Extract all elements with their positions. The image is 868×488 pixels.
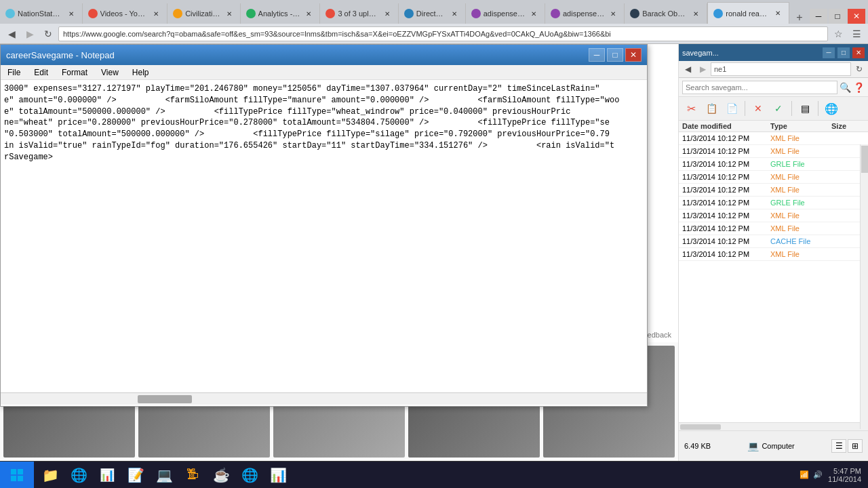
tab-close-btn[interactable]: ✕: [151, 8, 161, 19]
tab-close-btn[interactable]: ✕: [66, 8, 77, 19]
taskbar-chrome-icon[interactable]: 🌐: [66, 462, 92, 488]
file-row-2[interactable]: 11/3/2014 10:12 PM XML File: [679, 145, 868, 158]
notepad-text-area[interactable]: [1, 80, 647, 390]
url-bar[interactable]: https://www.google.com/search?q=obama&sa…: [58, 26, 828, 41]
fe-globe-button[interactable]: 🌐: [823, 100, 840, 117]
fe-grid-view-button[interactable]: ⊞: [848, 439, 863, 453]
notepad-menu-edit[interactable]: Edit: [31, 65, 52, 79]
fe-vertical-scrollbar[interactable]: [860, 144, 868, 429]
file-type-2: XML File: [770, 147, 831, 155]
taskbar-network-icon[interactable]: 🌐: [237, 462, 262, 488]
fe-checkmark-button[interactable]: ✓: [770, 100, 787, 117]
fe-path-text: ne1: [714, 65, 726, 73]
forward-button[interactable]: ▶: [22, 26, 38, 42]
tab-civilization[interactable]: Civilization ✕: [167, 3, 240, 24]
notepad-window: careerSavegame - Notepad ─ □ ✕ File Edit…: [0, 44, 648, 407]
taskbar-excel-icon[interactable]: 📊: [94, 462, 120, 488]
taskbar-powerpoint-icon[interactable]: 📊: [265, 462, 291, 488]
notepad-menu-format[interactable]: Format: [58, 65, 91, 79]
taskbar-notepad-icon[interactable]: 📝: [123, 462, 149, 488]
taskbar-java-icon[interactable]: ☕: [208, 462, 234, 488]
tab-obama[interactable]: Barack Oba... ✕: [625, 3, 707, 24]
tab-close-btn[interactable]: ✕: [690, 8, 701, 19]
fe-maximize-button[interactable]: □: [837, 47, 850, 58]
settings-button[interactable]: ☰: [848, 26, 865, 42]
fe-refresh-button[interactable]: ↻: [852, 62, 866, 76]
fe-help-button[interactable]: ❓: [853, 82, 865, 93]
tab-videos[interactable]: Videos - You... ✕: [83, 3, 168, 24]
tab-directory[interactable]: Directory ✕: [399, 3, 466, 24]
taskbar-clock[interactable]: 5:47 PM 11/4/2014: [828, 467, 861, 483]
fe-h-scrollbar-thumb[interactable]: [680, 424, 721, 430]
notepad-close-button[interactable]: ✕: [625, 48, 642, 62]
taskbar-file-explorer-icon[interactable]: 📁: [37, 462, 63, 488]
tab-title: 3 of 3 uplo...: [338, 9, 378, 18]
file-row-6[interactable]: 11/3/2014 10:12 PM GRLE File: [679, 197, 868, 209]
fe-copy-button[interactable]: 📋: [703, 100, 720, 117]
file-row-5[interactable]: 11/3/2014 10:12 PM XML File: [679, 184, 868, 197]
file-row-1[interactable]: 11/3/2014 10:12 PM XML File: [679, 132, 868, 145]
file-row-3[interactable]: 11/3/2014 10:12 PM GRLE File: [679, 158, 868, 171]
taskbar-7zip-icon[interactable]: 🗜: [180, 462, 205, 488]
tab-close-btn[interactable]: ✕: [528, 8, 539, 19]
tab-close-btn[interactable]: ✕: [382, 8, 393, 19]
file-row-4[interactable]: 11/3/2014 10:12 PM XML File: [679, 171, 868, 184]
tab-upload[interactable]: 3 of 3 uplo... ✕: [320, 3, 398, 24]
tab-nationstates[interactable]: NationState... ✕: [0, 3, 83, 24]
close-window-button[interactable]: ✕: [848, 9, 865, 24]
fe-forward-button[interactable]: ▶: [696, 62, 709, 76]
file-date-6: 11/3/2014 10:12 PM: [682, 199, 770, 207]
notepad-horizontal-scrollbar[interactable]: [1, 392, 647, 405]
file-explorer-search-input[interactable]: [682, 81, 837, 94]
file-row-9[interactable]: 11/3/2014 10:12 PM CACHE File: [679, 235, 868, 248]
new-tab-button[interactable]: +: [789, 12, 810, 24]
tab-adispenser2[interactable]: adispenser... ✕: [545, 3, 625, 24]
notepad-scrollbar-thumb[interactable]: [138, 395, 192, 403]
file-type-6: GRLE File: [770, 199, 831, 207]
fe-minimize-button[interactable]: ─: [823, 47, 835, 58]
notepad-maximize-button[interactable]: □: [607, 48, 623, 62]
fe-path-bar[interactable]: ne1: [711, 62, 851, 76]
notepad-menubar: File Edit Format View Help: [1, 65, 647, 80]
file-row-8[interactable]: 11/3/2014 10:12 PM XML File: [679, 222, 868, 235]
tab-close-btn[interactable]: ✕: [449, 8, 460, 19]
tab-bar: NationState... ✕ Videos - You... ✕ Civil…: [0, 0, 868, 24]
column-date-modified: Date modified: [682, 122, 770, 130]
fe-paste-button[interactable]: 📄: [723, 100, 741, 117]
notepad-minimize-button[interactable]: ─: [589, 48, 605, 62]
fe-list-view-button[interactable]: ☰: [831, 439, 846, 453]
tab-reagan[interactable]: ronald reag... ✕: [707, 2, 789, 24]
file-type-5: XML File: [770, 186, 831, 194]
tab-close-btn[interactable]: ✕: [303, 8, 314, 19]
tab-adispenser1[interactable]: adispenser... ✕: [466, 3, 545, 24]
tab-title: Videos - You...: [100, 9, 149, 18]
notepad-menu-view[interactable]: View: [98, 65, 122, 79]
fe-close-button[interactable]: ✕: [852, 47, 865, 58]
fe-search-button[interactable]: 🔍: [840, 82, 851, 93]
file-date-3: 11/3/2014 10:12 PM: [682, 160, 770, 168]
back-button[interactable]: ◀: [3, 26, 20, 42]
tab-analytics[interactable]: Analytics - ... ✕: [241, 3, 321, 24]
maximize-window-button[interactable]: □: [829, 9, 846, 24]
file-row-7[interactable]: 11/3/2014 10:12 PM XML File: [679, 209, 868, 222]
fe-scrollbar-thumb[interactable]: [861, 146, 868, 173]
fe-delete-button[interactable]: ✕: [749, 100, 767, 117]
notepad-menu-file[interactable]: File: [4, 65, 24, 79]
file-row-10[interactable]: 11/3/2014 10:12 PM XML File: [679, 248, 868, 261]
system-tray-icons: 📶 🔊: [800, 470, 823, 479]
fe-cut-button[interactable]: ✂: [682, 100, 700, 117]
tab-close-btn[interactable]: ✕: [772, 8, 783, 19]
taskbar-powershell-icon[interactable]: 💻: [151, 462, 177, 488]
file-date-1: 11/3/2014 10:12 PM: [682, 134, 770, 142]
fe-horizontal-scrollbar[interactable]: [679, 422, 868, 430]
tab-close-btn[interactable]: ✕: [608, 8, 618, 19]
minimize-window-button[interactable]: ─: [810, 9, 827, 24]
reload-button[interactable]: ↻: [40, 26, 56, 42]
fe-back-button[interactable]: ◀: [681, 62, 694, 76]
fe-view-toggle-button[interactable]: ▤: [796, 100, 814, 117]
svg-rect-1: [18, 469, 23, 474]
tab-close-btn[interactable]: ✕: [224, 8, 235, 19]
bookmark-button[interactable]: ☆: [830, 26, 846, 42]
start-button[interactable]: [0, 462, 34, 489]
notepad-menu-help[interactable]: Help: [129, 65, 153, 79]
